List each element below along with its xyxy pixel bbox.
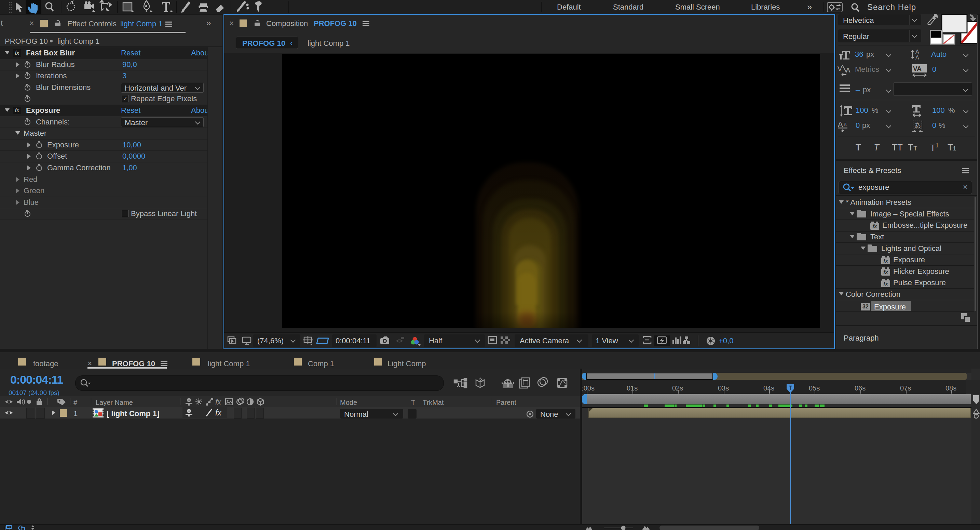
svg-text:VA: VA xyxy=(913,65,921,72)
svg-text:A: A xyxy=(846,66,851,74)
svg-text:a: a xyxy=(844,121,847,126)
svg-text:A: A xyxy=(915,55,919,61)
svg-text:あ: あ xyxy=(915,121,921,129)
svg-text:fx: fx xyxy=(215,408,222,417)
svg-text:fx: fx xyxy=(215,398,221,406)
svg-text:A: A xyxy=(915,49,919,55)
svg-text:V: V xyxy=(837,65,842,72)
svg-text:A: A xyxy=(838,120,843,129)
